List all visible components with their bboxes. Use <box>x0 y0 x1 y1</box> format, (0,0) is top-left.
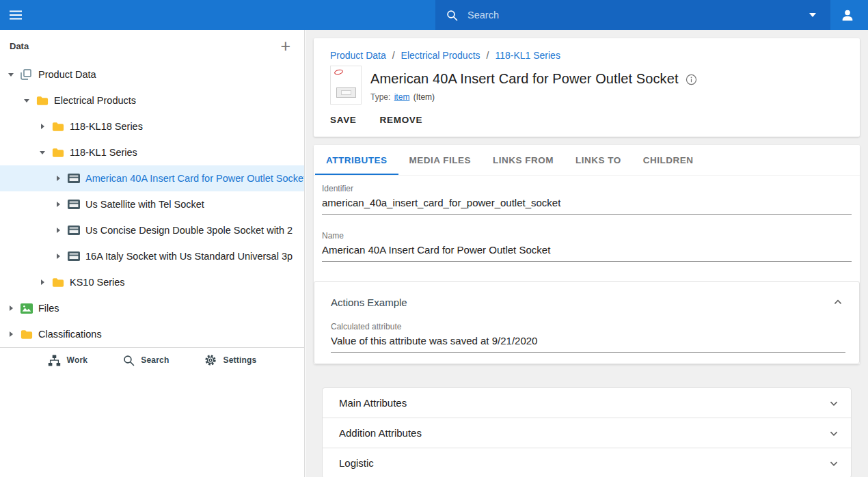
page-title: American 40A Insert Card for Power Outle… <box>370 71 679 87</box>
tree-item[interactable]: 16A Italy Socket with Us Standard Univer… <box>0 243 304 269</box>
product-header-card: Product Data/Electrical Products/118-KL1… <box>314 38 860 137</box>
folder-icon <box>19 329 38 340</box>
tree-item-label: Classifications <box>38 329 102 340</box>
tree-item-label: Electrical Products <box>54 95 136 106</box>
tree-item[interactable]: American 40A Insert Card for Power Outle… <box>0 165 304 191</box>
chevron-down-icon[interactable] <box>826 426 841 441</box>
tree-item-label: Us Concise Design Double 3pole Socket wi… <box>85 225 293 236</box>
breadcrumb-link[interactable]: 118-KL1 Series <box>495 50 560 61</box>
thumbnail-logo <box>334 69 343 76</box>
tree-item[interactable]: KS10 Series <box>0 269 304 295</box>
search-dropdown-caret-icon[interactable] <box>806 10 819 21</box>
tree-item-label: 16A Italy Socket with Us Standard Univer… <box>85 251 293 262</box>
image-icon <box>19 303 38 314</box>
global-search[interactable]: Search <box>435 0 830 30</box>
chevron-right-icon[interactable] <box>50 196 66 213</box>
search-input[interactable]: Search <box>467 10 796 21</box>
chevron-right-icon[interactable] <box>50 170 66 187</box>
chevron-right-icon[interactable] <box>50 222 66 238</box>
product-thumbnail <box>330 66 362 105</box>
chevron-right-icon[interactable] <box>3 326 19 342</box>
sidebar: Data + Product DataElectrical Products11… <box>0 30 305 477</box>
type-line: Type: item (Item) <box>370 92 697 102</box>
thumbnail-socket-image <box>336 87 356 98</box>
top-bar: Search <box>0 0 868 30</box>
search-icon <box>446 10 458 21</box>
nav-item-settings[interactable]: Settings <box>204 354 256 366</box>
nav-item-search[interactable]: Search <box>123 355 169 366</box>
breadcrumb-separator: / <box>487 50 489 61</box>
section-logistic[interactable]: Logistic <box>322 448 852 477</box>
chevron-right-icon[interactable] <box>3 300 19 316</box>
add-icon[interactable]: + <box>273 38 297 54</box>
tree-item[interactable]: Files <box>0 295 304 321</box>
tree-item-label: Us Satellite with Tel Socket <box>85 199 204 210</box>
chevron-down-icon[interactable] <box>826 456 841 471</box>
chevron-right-icon[interactable] <box>34 274 51 290</box>
chevron-down-icon[interactable] <box>34 144 51 161</box>
section-title: Addition Attributes <box>339 427 422 439</box>
breadcrumb-link[interactable]: Electrical Products <box>401 50 480 61</box>
user-account-icon[interactable] <box>832 0 863 30</box>
main-content: Product Data/Electrical Products/118-KL1… <box>306 30 868 477</box>
tab-attributes[interactable]: ATTRIBUTES <box>315 145 398 175</box>
field-label: Name <box>322 231 852 241</box>
tree-item-label: KS10 Series <box>70 277 125 288</box>
nav-item-work[interactable]: Work <box>48 355 88 366</box>
tab-children[interactable]: CHILDREN <box>632 145 705 175</box>
actions-card-header[interactable]: Actions Example <box>331 295 845 310</box>
tree-item[interactable]: Classifications <box>0 321 304 347</box>
tree-item-label: Product Data <box>38 69 96 80</box>
tree-item[interactable]: Product Data <box>0 62 304 87</box>
breadcrumb-link[interactable]: Product Data <box>330 50 386 61</box>
chevron-right-icon[interactable] <box>50 248 66 264</box>
attributes-panel: ATTRIBUTESMEDIA FILESLINKS FROMLINKS TOC… <box>314 145 860 364</box>
calculated-attribute-field[interactable]: Calculated attribute Value of this attri… <box>331 322 845 353</box>
work-icon <box>48 355 61 366</box>
section-title: Logistic <box>339 457 374 469</box>
app: Search Data + Product DataElectrical Pro… <box>0 0 868 477</box>
tab-links-to[interactable]: LINKS TO <box>565 145 632 175</box>
chevron-right-icon[interactable] <box>34 118 51 135</box>
chevron-down-icon[interactable] <box>826 396 841 411</box>
tab-links-from[interactable]: LINKS FROM <box>482 145 565 175</box>
nav-item-label: Settings <box>223 355 256 365</box>
name-field[interactable]: NameAmerican 40A Insert Card for Power O… <box>322 231 852 262</box>
chevron-down-icon[interactable] <box>3 66 19 83</box>
identifier-field[interactable]: Identifieramerican_40a_insert_card_for_p… <box>322 184 852 215</box>
tree-item-label: 118-KL1 Series <box>70 147 137 158</box>
folder-icon <box>51 277 69 288</box>
section-title: Main Attributes <box>339 397 407 409</box>
remove-button[interactable]: REMOVE <box>374 107 429 133</box>
info-icon[interactable] <box>686 74 697 85</box>
actions-example-card: Actions Example Calculated attribute Val… <box>314 281 860 364</box>
menu-icon[interactable] <box>10 0 33 30</box>
tab-bar: ATTRIBUTESMEDIA FILESLINKS FROMLINKS TOC… <box>314 145 860 176</box>
chevron-up-icon[interactable] <box>830 295 845 310</box>
field-value[interactable]: American 40A Insert Card for Power Outle… <box>322 241 852 262</box>
tree-item[interactable]: Us Satellite with Tel Socket <box>0 191 304 217</box>
tab-media-files[interactable]: MEDIA FILES <box>398 145 483 175</box>
section-addition-attributes[interactable]: Addition Attributes <box>322 418 852 448</box>
type-link[interactable]: item <box>394 92 410 102</box>
tree: Product DataElectrical Products118-KL18 … <box>0 62 304 347</box>
field-label: Calculated attribute <box>331 322 845 331</box>
tree-item-label: 118-KL18 Series <box>70 121 143 132</box>
title-row: American 40A Insert Card for Power Outle… <box>330 66 843 105</box>
nav-item-label: Search <box>141 355 169 365</box>
actions-row: SAVE REMOVE <box>324 107 843 133</box>
tree-item[interactable]: Us Concise Design Double 3pole Socket wi… <box>0 217 304 243</box>
save-button[interactable]: SAVE <box>324 107 363 133</box>
chevron-down-icon[interactable] <box>18 92 35 109</box>
collapsed-sections: Main AttributesAddition AttributesLogist… <box>322 387 852 477</box>
tree-item[interactable]: 118-KL18 Series <box>0 113 304 139</box>
field-value[interactable]: american_40a_insert_card_for_power_outle… <box>322 193 852 215</box>
field-value[interactable]: Value of this attribute was saved at 9/2… <box>331 331 845 353</box>
item-icon <box>66 251 85 261</box>
search-icon <box>123 355 135 366</box>
tree-item[interactable]: Electrical Products <box>0 87 304 113</box>
folder-icon <box>51 122 69 132</box>
item-icon <box>66 174 85 183</box>
tree-item[interactable]: 118-KL1 Series <box>0 139 304 165</box>
section-main-attributes[interactable]: Main Attributes <box>322 387 852 418</box>
